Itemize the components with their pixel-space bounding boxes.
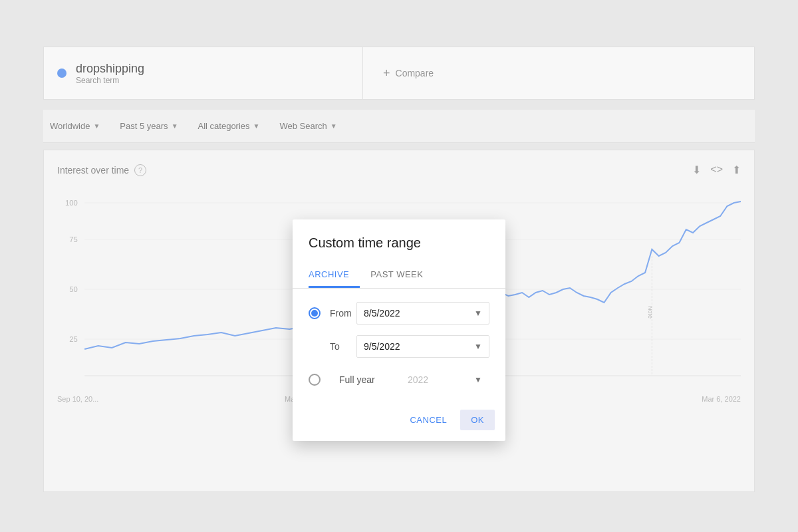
dialog-tabs: ARCHIVE PAST WEEK bbox=[293, 261, 505, 289]
to-date-select[interactable]: 9/5/2022 ▼ bbox=[356, 335, 489, 358]
custom-time-range-dialog: Custom time range ARCHIVE PAST WEEK From… bbox=[293, 219, 505, 441]
ok-button[interactable]: OK bbox=[460, 410, 495, 430]
dialog-title: Custom time range bbox=[293, 219, 505, 261]
to-label: To bbox=[330, 341, 356, 352]
year-value: 2022 bbox=[408, 374, 428, 385]
from-date-select[interactable]: 8/5/2022 ▼ bbox=[356, 302, 489, 325]
year-arrow-icon: ▼ bbox=[474, 375, 482, 384]
year-select[interactable]: 2022 ▼ bbox=[400, 368, 489, 391]
cancel-button[interactable]: CANCEL bbox=[402, 410, 455, 430]
from-date-value: 8/5/2022 bbox=[364, 308, 400, 319]
dialog-actions: CANCEL OK bbox=[293, 404, 505, 441]
to-date-arrow-icon: ▼ bbox=[474, 342, 482, 351]
from-row: From 8/5/2022 ▼ bbox=[309, 302, 489, 325]
tab-past-week[interactable]: PAST WEEK bbox=[370, 261, 434, 288]
from-label: From bbox=[330, 308, 356, 319]
full-year-row: Full year 2022 ▼ bbox=[309, 368, 489, 391]
to-date-value: 9/5/2022 bbox=[364, 341, 400, 352]
full-year-radio[interactable] bbox=[309, 374, 321, 386]
tab-archive[interactable]: ARCHIVE bbox=[309, 261, 360, 288]
full-year-label: Full year bbox=[339, 374, 392, 385]
to-row: To 9/5/2022 ▼ bbox=[330, 335, 489, 358]
from-date-arrow-icon: ▼ bbox=[474, 309, 482, 318]
archive-radio-selected[interactable] bbox=[309, 307, 321, 319]
dialog-content: From 8/5/2022 ▼ To 9/5/2022 ▼ Full year … bbox=[293, 289, 505, 404]
